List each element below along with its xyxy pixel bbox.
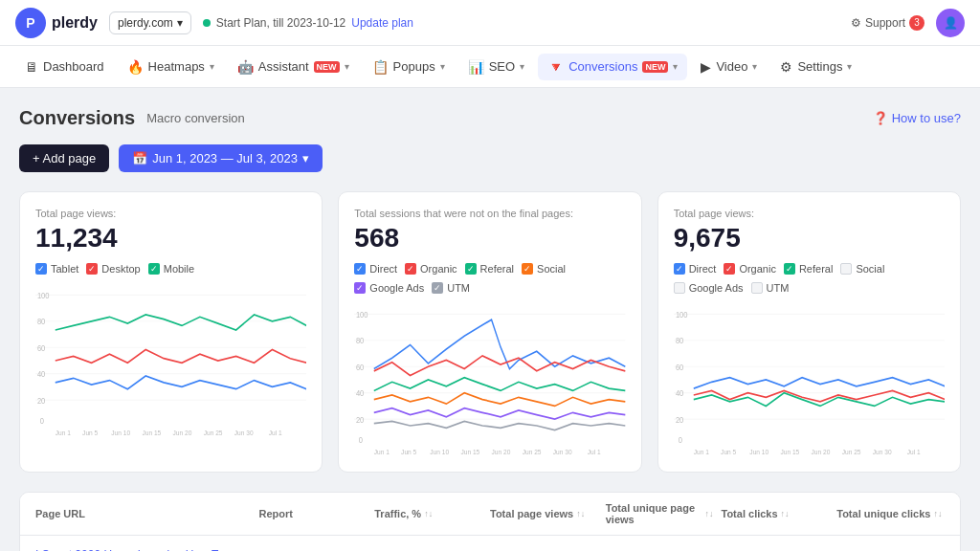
legend-organic[interactable]: ✓ Organic xyxy=(405,263,457,275)
svg-text:80: 80 xyxy=(356,336,365,346)
google-ads-3-checkbox[interactable] xyxy=(674,282,685,294)
referal-3-checkbox[interactable]: ✓ xyxy=(784,263,795,275)
support-label: Support xyxy=(865,16,905,30)
utm-label: UTM xyxy=(447,282,470,294)
legend-organic-3[interactable]: ✓ Organic xyxy=(724,263,776,275)
svg-text:60: 60 xyxy=(37,342,46,353)
avatar[interactable]: 👤 xyxy=(936,9,965,37)
social-checkbox[interactable]: ✓ xyxy=(522,263,533,275)
referal-checkbox[interactable]: ✓ xyxy=(465,263,477,275)
svg-text:20: 20 xyxy=(356,414,365,425)
page-subtitle: Macro conversion xyxy=(146,111,245,125)
nav-label-settings: Settings xyxy=(797,59,842,74)
tablet-checkbox[interactable]: ✓ xyxy=(35,263,47,275)
how-to-link[interactable]: ❓ How to use? xyxy=(873,111,961,125)
chart1-area: 100 80 60 40 20 0 Jun 1 Jun 5 Jun 10 xyxy=(35,284,306,437)
nav-item-heatmaps[interactable]: 🔥 Heatmaps ▾ xyxy=(118,54,224,80)
legend-mobile[interactable]: ✓ Mobile xyxy=(148,263,194,275)
legend-direct-3[interactable]: ✓ Direct xyxy=(674,263,717,275)
legend-social[interactable]: ✓ Social xyxy=(522,263,566,275)
google-ads-checkbox[interactable]: ✓ xyxy=(354,282,366,294)
svg-text:Jun 15: Jun 15 xyxy=(142,428,161,437)
utm-3-checkbox[interactable] xyxy=(751,282,763,294)
add-page-button[interactable]: + Add page xyxy=(19,144,109,172)
date-range-button[interactable]: 📅 Jun 1, 2023 — Jul 3, 2023 ▾ xyxy=(119,144,323,172)
nav-item-settings[interactable]: ⚙ Settings ▾ xyxy=(770,54,861,80)
utm-checkbox[interactable]: ✓ xyxy=(432,282,443,294)
card2-value: 568 xyxy=(354,223,625,253)
utm-3-label: UTM xyxy=(767,282,790,294)
nav-item-seo[interactable]: 📊 SEO ▾ xyxy=(458,54,534,80)
th-total-clicks: Total clicks ↑↓ xyxy=(722,508,830,519)
social-3-checkbox[interactable] xyxy=(840,263,852,275)
date-range-label: Jun 1, 2023 — Jul 3, 2023 xyxy=(152,151,298,165)
nav-item-dashboard[interactable]: 🖥 Dashboard xyxy=(15,54,114,80)
card-total-page-views-2: Total page views: 9,675 ✓ Direct ✓ Organ… xyxy=(657,191,961,473)
svg-text:Jun 30: Jun 30 xyxy=(553,447,572,456)
table-row: I Spent 2000 Hours Learning How To Learn… xyxy=(20,536,960,551)
legend-social-3[interactable]: Social xyxy=(840,263,884,275)
th-traffic-label: Traffic, % xyxy=(374,508,421,519)
nav-item-assistant[interactable]: 🤖 Assistant NEW ▾ xyxy=(228,54,359,80)
legend-desktop[interactable]: ✓ Desktop xyxy=(86,263,140,275)
svg-text:Jun 20: Jun 20 xyxy=(811,447,830,456)
svg-text:100: 100 xyxy=(676,309,688,320)
plan-dot-icon xyxy=(203,19,211,27)
mobile-checkbox[interactable]: ✓ xyxy=(148,263,160,275)
chevron-down-icon: ▾ xyxy=(847,61,852,72)
support-button[interactable]: ⚙ Support 3 xyxy=(851,15,924,31)
sort-icon: ↑↓ xyxy=(705,509,714,518)
svg-text:60: 60 xyxy=(676,362,684,372)
navbar: 🖥 Dashboard 🔥 Heatmaps ▾ 🤖 Assistant NEW… xyxy=(0,46,980,88)
chart1-svg: 100 80 60 40 20 0 Jun 1 Jun 5 Jun 10 xyxy=(35,284,306,437)
update-plan-link[interactable]: Update plan xyxy=(351,16,413,30)
desktop-checkbox[interactable]: ✓ xyxy=(86,263,98,275)
direct-checkbox[interactable]: ✓ xyxy=(354,263,366,275)
chevron-down-icon: ▾ xyxy=(752,61,757,72)
page-header: Conversions Macro conversion ❓ How to us… xyxy=(19,107,961,129)
svg-text:Jun 5: Jun 5 xyxy=(721,447,736,456)
site-selector[interactable]: plerdy.com ▾ xyxy=(109,11,191,34)
plan-text: Start Plan, till 2023-10-12 xyxy=(216,16,345,30)
svg-text:Jul 1: Jul 1 xyxy=(269,428,282,437)
topbar: P plerdy plerdy.com ▾ Start Plan, till 2… xyxy=(0,0,980,46)
page-title-area: Conversions Macro conversion xyxy=(19,107,245,129)
legend-tablet[interactable]: ✓ Tablet xyxy=(35,263,78,275)
svg-text:Jun 25: Jun 25 xyxy=(523,447,542,456)
legend-referal[interactable]: ✓ Referal xyxy=(465,263,514,275)
direct-3-checkbox[interactable]: ✓ xyxy=(674,263,685,275)
main-content: Conversions Macro conversion ❓ How to us… xyxy=(0,88,980,551)
plan-badge: Start Plan, till 2023-10-12 Update plan xyxy=(203,16,413,30)
nav-item-video[interactable]: ▶ Video ▾ xyxy=(691,54,767,80)
card1-legend: ✓ Tablet ✓ Desktop ✓ Mobile xyxy=(35,263,306,275)
desktop-label: Desktop xyxy=(101,263,140,275)
svg-text:Jun 10: Jun 10 xyxy=(111,428,130,437)
th-conversion-label: Total unique clicks xyxy=(836,508,930,519)
chevron-down-icon: ▾ xyxy=(520,61,524,72)
th-total-page-views: Total page views ↑↓ xyxy=(490,508,598,519)
legend-google-ads[interactable]: ✓ Google Ads xyxy=(354,282,424,294)
organic-3-checkbox[interactable]: ✓ xyxy=(724,263,735,275)
svg-text:Jun 20: Jun 20 xyxy=(173,428,192,437)
svg-text:Jul 1: Jul 1 xyxy=(906,447,920,456)
svg-text:Jun 5: Jun 5 xyxy=(401,447,416,456)
svg-text:Jun 25: Jun 25 xyxy=(204,428,223,437)
support-count: 3 xyxy=(909,15,924,31)
legend-direct[interactable]: ✓ Direct xyxy=(354,263,397,275)
sort-icon: ↑↓ xyxy=(424,509,433,518)
legend-google-ads-3[interactable]: Google Ads xyxy=(674,282,744,294)
nav-label-conversions: Conversions xyxy=(568,59,637,74)
topbar-right: ⚙ Support 3 👤 xyxy=(851,9,965,37)
svg-text:80: 80 xyxy=(37,317,46,327)
nav-item-popups[interactable]: 📋 Popups ▾ xyxy=(363,54,455,80)
organic-checkbox[interactable]: ✓ xyxy=(405,263,416,275)
th-total-clicks-label: Total clicks xyxy=(722,508,778,519)
card3-value: 9,675 xyxy=(674,223,945,253)
legend-utm[interactable]: ✓ UTM xyxy=(432,282,470,294)
chart3-area: 100 80 60 40 20 0 Jun 1 Jun 5 Jun 10 Jun… xyxy=(674,303,945,456)
svg-text:Jun 10: Jun 10 xyxy=(749,447,768,456)
legend-utm-3[interactable]: UTM xyxy=(751,282,790,294)
nav-item-conversions[interactable]: 🔻 Conversions NEW ▾ xyxy=(538,54,687,80)
legend-referal-3[interactable]: ✓ Referal xyxy=(784,263,833,275)
nav-label-seo: SEO xyxy=(489,59,515,74)
